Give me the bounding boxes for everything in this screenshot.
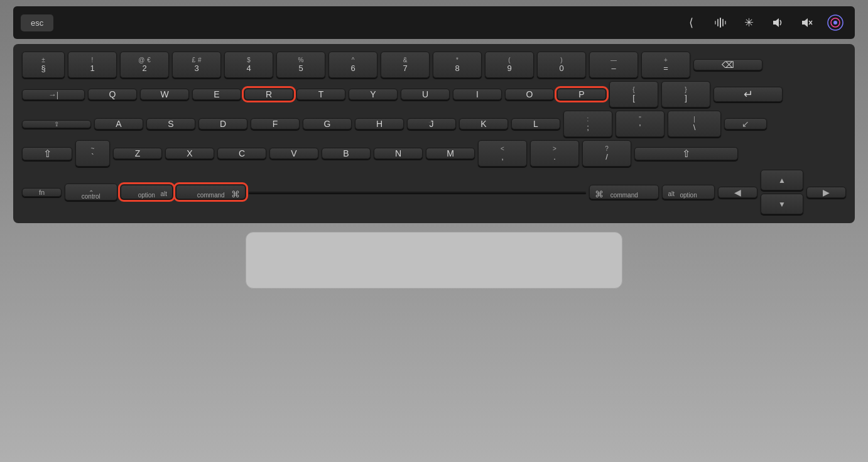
key-8[interactable]: * 8 <box>433 52 482 78</box>
key-delete[interactable]: ⌫ <box>693 59 762 70</box>
key-i[interactable]: I <box>453 89 502 100</box>
key-option-left[interactable]: alt option <box>121 185 173 199</box>
key-o[interactable]: O <box>505 89 554 100</box>
arrow-vertical-group: ▲ ▼ <box>761 170 803 214</box>
key-section[interactable]: ± § <box>22 52 65 78</box>
svg-marker-6 <box>802 18 808 27</box>
key-t[interactable]: T <box>296 89 345 100</box>
qwerty-row: →| Q W E R T Y U <box>22 81 846 107</box>
key-slash[interactable]: ? / <box>582 140 631 167</box>
key-f[interactable]: F — <box>251 118 300 129</box>
volume-icon <box>766 11 789 34</box>
key-l[interactable]: L <box>511 118 560 129</box>
key-shift-right[interactable]: ⇧ <box>634 147 738 160</box>
key-arrow-up[interactable]: ▲ <box>761 170 803 190</box>
zxcv-row: ⇧ ~ ` Z X C V B N <box>22 140 846 167</box>
back-icon: ⟨ <box>679 11 703 34</box>
key-r[interactable]: R <box>244 89 293 100</box>
number-row: ± § ! 1 @€ 2 £# 3 $ 4 <box>22 52 846 78</box>
key-fn[interactable]: fn <box>22 188 62 197</box>
key-option-right[interactable]: alt option <box>662 185 714 199</box>
key-arrow-down[interactable]: ▼ <box>761 194 803 214</box>
key-w[interactable]: W <box>140 89 189 100</box>
key-v[interactable]: V <box>269 148 318 159</box>
key-space[interactable] <box>249 192 586 193</box>
key-9[interactable]: ( 9 <box>485 52 534 78</box>
key-4[interactable]: $ 4 <box>224 52 273 78</box>
key-command-right[interactable]: ⌘ command <box>589 185 659 199</box>
key-h[interactable]: H <box>355 118 404 129</box>
key-5[interactable]: % 5 <box>276 52 325 78</box>
key-2[interactable]: @€ 2 <box>120 52 169 78</box>
touch-bar-left: esc <box>21 14 53 31</box>
trackpad[interactable] <box>246 232 622 289</box>
svg-rect-2 <box>720 18 721 28</box>
key-a[interactable]: A <box>94 118 143 129</box>
key-m[interactable]: M <box>426 148 475 159</box>
key-shift-left[interactable]: ⇧ <box>22 147 72 160</box>
esc-key[interactable]: esc <box>21 14 53 31</box>
key-d[interactable]: D <box>198 118 247 129</box>
key-1[interactable]: ! 1 <box>68 52 117 78</box>
keyboard-body: ± § ! 1 @€ 2 £# 3 $ 4 <box>13 44 855 223</box>
key-n[interactable]: N <box>374 148 423 159</box>
key-0[interactable]: ) 0 <box>537 52 586 78</box>
brightness-icon: ✳ <box>737 11 761 34</box>
siri-wave-icon <box>708 11 732 34</box>
key-arrow-right[interactable]: ▶ <box>806 187 846 198</box>
svg-marker-5 <box>773 18 779 27</box>
key-k[interactable]: K <box>459 118 508 129</box>
key-bracket-left[interactable]: { [ <box>609 81 658 107</box>
key-u[interactable]: U <box>401 89 450 100</box>
key-fn-up[interactable]: ↙ <box>724 118 767 129</box>
touch-bar: esc ⟨ ✳ <box>13 6 855 39</box>
bottom-row: fn ⌃ control alt option ⌘ command ⌘ co <box>22 170 846 214</box>
key-semicolon[interactable]: : ; <box>563 111 612 137</box>
key-caps[interactable]: ⇪ <box>22 120 91 128</box>
key-bracket-right[interactable]: } ] <box>661 81 710 107</box>
svg-point-11 <box>833 21 837 25</box>
key-command-left[interactable]: ⌘ command <box>176 185 246 199</box>
svg-rect-1 <box>717 19 719 26</box>
key-quote[interactable]: " ' <box>616 111 665 137</box>
key-minus[interactable]: — – <box>589 52 638 78</box>
key-return[interactable]: ↵ <box>713 87 783 102</box>
key-6[interactable]: ^ 6 <box>328 52 377 78</box>
key-tilde[interactable]: ~ ` <box>75 140 110 167</box>
key-control[interactable]: ⌃ control <box>65 184 117 201</box>
key-comma[interactable]: < , <box>478 140 527 167</box>
key-b[interactable]: B <box>322 148 371 159</box>
key-7[interactable]: & 7 <box>381 52 430 78</box>
key-p[interactable]: P <box>557 89 606 100</box>
key-e[interactable]: E <box>192 89 241 100</box>
key-c[interactable]: C <box>217 148 266 159</box>
svg-rect-0 <box>715 21 716 25</box>
key-period[interactable]: > . <box>530 140 579 167</box>
key-3[interactable]: £# 3 <box>172 52 221 78</box>
key-j[interactable]: J — <box>407 118 456 129</box>
key-q[interactable]: Q <box>88 89 137 100</box>
asdf-row: ⇪ A S D F — G H J — <box>22 111 846 137</box>
key-z[interactable]: Z <box>113 148 162 159</box>
key-y[interactable]: Y <box>349 89 398 100</box>
key-arrow-left[interactable]: ◀ <box>718 187 757 198</box>
touch-bar-right: ⟨ ✳ <box>679 11 847 34</box>
svg-rect-3 <box>722 19 724 26</box>
key-backslash[interactable]: | \ <box>668 111 721 137</box>
svg-rect-4 <box>725 21 726 25</box>
keyboard-wrapper: esc ⟨ ✳ ± § <box>0 0 868 462</box>
siri-icon <box>823 11 847 34</box>
key-x[interactable]: X <box>165 148 214 159</box>
key-equals[interactable]: + = <box>641 52 690 78</box>
key-g[interactable]: G <box>303 118 352 129</box>
mute-icon <box>795 11 818 34</box>
key-s[interactable]: S <box>146 118 195 129</box>
key-tab[interactable]: →| <box>22 89 85 100</box>
